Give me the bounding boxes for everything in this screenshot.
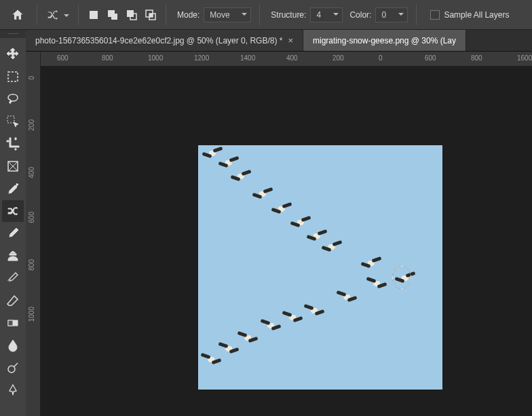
ruler-tick: 0 bbox=[379, 54, 383, 62]
bird bbox=[218, 345, 239, 354]
bird bbox=[201, 356, 221, 365]
close-icon[interactable]: × bbox=[288, 35, 293, 45]
horizontal-ruler[interactable]: 600 800 1000 1200 1400 400 200 0 600 800… bbox=[41, 52, 532, 67]
ruler-tick: 600 bbox=[28, 212, 35, 223]
clone-stamp-tool[interactable] bbox=[2, 245, 24, 267]
intersect-selection-button[interactable] bbox=[141, 5, 160, 24]
mode-value: Move bbox=[210, 10, 229, 20]
ruler-tick: 800 bbox=[471, 54, 482, 62]
chevron-down-icon bbox=[332, 10, 339, 20]
chevron-down-icon bbox=[241, 10, 248, 20]
bird bbox=[261, 322, 281, 331]
svg-point-15 bbox=[8, 366, 15, 373]
color-label: Color: bbox=[349, 10, 371, 20]
dodge-tool[interactable] bbox=[2, 357, 24, 379]
ruler-tick: 200 bbox=[332, 54, 344, 62]
sample-all-layers-label: Sample All Layers bbox=[444, 10, 509, 20]
ruler-tick: 600 bbox=[425, 54, 436, 62]
crop-tool[interactable] bbox=[2, 133, 24, 155]
lasso-tool[interactable] bbox=[2, 88, 24, 110]
color-select[interactable]: 0 bbox=[375, 7, 408, 22]
ruler-tick: 800 bbox=[102, 54, 113, 62]
pen-tool[interactable] bbox=[2, 379, 24, 401]
add-to-selection-button[interactable] bbox=[103, 5, 122, 24]
document-tab[interactable]: migrating-snow-geese.png @ 30% (Lay bbox=[303, 30, 466, 51]
divider bbox=[416, 5, 417, 25]
home-button[interactable] bbox=[7, 5, 28, 24]
divider bbox=[78, 5, 79, 25]
blur-tool[interactable] bbox=[2, 335, 24, 356]
bird bbox=[252, 190, 273, 200]
bird bbox=[290, 219, 311, 228]
eyedropper-tool[interactable] bbox=[2, 178, 24, 200]
sample-all-layers-checkbox[interactable] bbox=[430, 10, 440, 20]
tab-label: photo-1567365356014-9ce2e62e0cf2.jpg @ 5… bbox=[35, 36, 282, 45]
bird bbox=[361, 259, 381, 269]
bird bbox=[218, 159, 239, 168]
bird bbox=[307, 232, 327, 242]
bird bbox=[282, 314, 303, 323]
marquee-tool[interactable] bbox=[2, 66, 24, 88]
frame-tool[interactable] bbox=[2, 155, 24, 177]
bird bbox=[304, 307, 324, 316]
ruler-tick: 400 bbox=[28, 167, 35, 178]
tab-label: migrating-snow-geese.png @ 30% (Lay bbox=[313, 36, 456, 45]
ruler-tick: 200 bbox=[28, 119, 35, 131]
subtract-from-selection-button[interactable] bbox=[122, 5, 141, 24]
bird bbox=[271, 205, 292, 214]
svg-rect-2 bbox=[111, 14, 117, 20]
tool-preset-picker[interactable] bbox=[45, 7, 70, 22]
document-area: 0 200 400 600 800 1000 600 800 1000 1200… bbox=[26, 52, 532, 416]
svg-rect-8 bbox=[8, 72, 18, 81]
selection-marquee[interactable] bbox=[392, 266, 411, 289]
bird bbox=[322, 243, 342, 252]
brush-tool[interactable] bbox=[2, 223, 24, 244]
eraser-tool[interactable] bbox=[2, 290, 24, 311]
content-aware-move-tool[interactable] bbox=[2, 200, 24, 222]
mode-label: Mode: bbox=[177, 10, 200, 20]
ruler-tick: 0 bbox=[28, 76, 35, 80]
svg-rect-7 bbox=[149, 14, 153, 17]
ruler-tick: 1000 bbox=[28, 307, 35, 322]
color-value: 0 bbox=[381, 10, 386, 20]
canvas[interactable] bbox=[198, 145, 442, 390]
bird bbox=[231, 172, 251, 182]
document-tab-bar: photo-1567365356014-9ce2e62e0cf2.jpg @ 5… bbox=[26, 30, 532, 52]
ruler-tick: 1600 bbox=[517, 54, 532, 62]
structure-value: 4 bbox=[316, 10, 321, 20]
svg-rect-0 bbox=[90, 11, 98, 19]
divider bbox=[37, 5, 37, 25]
quick-select-tool[interactable] bbox=[2, 111, 24, 132]
options-bar: Mode: Move Structure: 4 Color: 0 Sample … bbox=[0, 0, 532, 30]
svg-line-16 bbox=[14, 363, 18, 366]
history-brush-tool[interactable] bbox=[2, 267, 24, 289]
ruler-tick: 1000 bbox=[148, 54, 163, 62]
bird bbox=[337, 293, 357, 303]
toolbox bbox=[0, 38, 26, 416]
chevron-down-icon bbox=[398, 10, 404, 20]
document-tab[interactable]: photo-1567365356014-9ce2e62e0cf2.jpg @ 5… bbox=[26, 30, 303, 51]
vertical-ruler[interactable]: 0 200 400 600 800 1000 bbox=[26, 52, 41, 416]
mode-select[interactable]: Move bbox=[204, 7, 251, 22]
ruler-tick: 400 bbox=[286, 54, 298, 62]
divider bbox=[259, 5, 260, 25]
structure-select[interactable]: 4 bbox=[310, 7, 343, 22]
svg-rect-14 bbox=[8, 320, 13, 326]
ruler-tick: 1400 bbox=[240, 54, 255, 62]
bird bbox=[202, 149, 223, 159]
patch-mode-group bbox=[84, 5, 160, 24]
move-tool[interactable] bbox=[2, 43, 24, 65]
gradient-tool[interactable] bbox=[2, 312, 24, 334]
ruler-tick: 800 bbox=[28, 259, 35, 271]
bird bbox=[366, 280, 387, 289]
ruler-tick: 1200 bbox=[194, 54, 209, 62]
chevron-down-icon bbox=[63, 12, 70, 18]
ruler-tick: 600 bbox=[57, 54, 69, 62]
panel-caption: —— bbox=[0, 30, 26, 38]
structure-label: Structure: bbox=[271, 10, 306, 20]
bird bbox=[238, 334, 258, 343]
divider bbox=[166, 5, 166, 25]
new-selection-button[interactable] bbox=[84, 5, 103, 24]
